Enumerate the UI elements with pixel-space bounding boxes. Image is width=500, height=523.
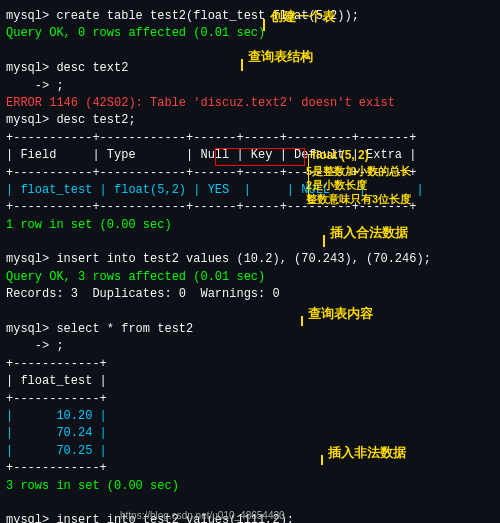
annotation-select: 查询表内容 bbox=[308, 305, 373, 323]
table-border-2: +-----------+------------+------+-----+-… bbox=[6, 165, 494, 182]
line-6: ERROR 1146 (42S02): Table 'discuz.text2'… bbox=[6, 95, 494, 112]
sel-border-1: +------------+ bbox=[6, 356, 494, 373]
sel-rowcount: 3 rows in set (0.00 sec) bbox=[6, 478, 494, 495]
table-border-1: +-----------+------------+------+-----+-… bbox=[6, 130, 494, 147]
arrow-insert bbox=[323, 235, 325, 247]
line-2: Query OK, 0 rows affected (0.01 sec) bbox=[6, 25, 494, 42]
annotation-illegal: 插入非法数据 bbox=[328, 444, 406, 462]
sel-border-3: +------------+ bbox=[6, 460, 494, 477]
table-row-1: | float_test | float(5,2) | YES | | NULL… bbox=[6, 182, 494, 199]
sel-border-2: +------------+ bbox=[6, 391, 494, 408]
arrow-create bbox=[263, 19, 265, 31]
arrow-illegal bbox=[321, 455, 323, 465]
float-highlight-box bbox=[215, 148, 305, 166]
line-5: -> ; bbox=[6, 78, 494, 95]
annotation-create-table: 创建一个表 bbox=[270, 8, 335, 26]
line-records: Records: 3 Duplicates: 0 Warnings: 0 bbox=[6, 286, 494, 303]
line-select: mysql> select * from test2 bbox=[6, 321, 494, 338]
bracket-line bbox=[308, 154, 309, 202]
annotation-int: 整数意味只有3位长度 bbox=[306, 192, 411, 207]
annotation-five: 5是整数加小数的总长 bbox=[306, 164, 411, 179]
sel-header: | float_test | bbox=[6, 373, 494, 390]
sel-row-2: | 70.24 | bbox=[6, 425, 494, 442]
line-blank3 bbox=[6, 304, 494, 321]
arrow-select bbox=[301, 316, 303, 326]
watermark: https://blog.csdn.net/u010_48654420 bbox=[120, 510, 285, 521]
table-border-3: +-----------+------------+------+-----+-… bbox=[6, 199, 494, 216]
sel-row-1: | 10.20 | bbox=[6, 408, 494, 425]
line-insert1-ok: Query OK, 3 rows affected (0.01 sec) bbox=[6, 269, 494, 286]
arrow-desc bbox=[241, 59, 243, 71]
annotation-insert: 插入合法数据 bbox=[330, 224, 408, 242]
bracket-bottom bbox=[309, 202, 315, 203]
terminal: mysql> create table test2(float_test flo… bbox=[0, 0, 500, 523]
annotation-float: float (5, 2) bbox=[312, 148, 369, 162]
sel-row-3: | 70.25 | bbox=[6, 443, 494, 460]
line-1: mysql> create table test2(float_test flo… bbox=[6, 8, 494, 25]
line-select-cont: -> ; bbox=[6, 338, 494, 355]
line-blank2 bbox=[6, 234, 494, 251]
line-insert1: mysql> insert into test2 values (10.2), … bbox=[6, 251, 494, 268]
line-7: mysql> desc test2; bbox=[6, 112, 494, 129]
bracket-top bbox=[309, 154, 315, 155]
line-rowcount: 1 row in set (0.00 sec) bbox=[6, 217, 494, 234]
annotation-two: 2是小数长度 bbox=[306, 178, 367, 193]
annotation-desc-table: 查询表结构 bbox=[248, 48, 313, 66]
